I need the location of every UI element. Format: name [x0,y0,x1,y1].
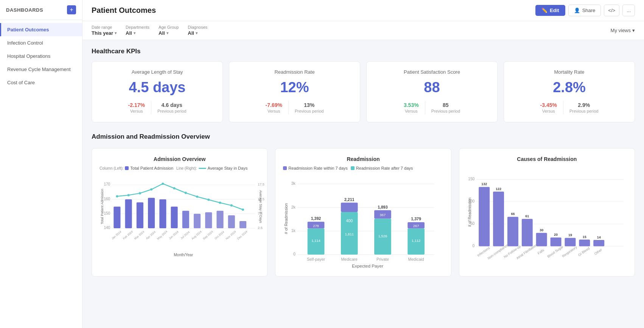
svg-text:2k: 2k [291,205,296,209]
add-dashboard-button[interactable]: + [67,5,76,14]
svg-text:278: 278 [313,224,319,228]
share-icon: 👤 [574,8,580,13]
svg-text:Expected Payer: Expected Payer [352,263,383,268]
kpi-title-avg-los: Average Length of Stay [101,69,213,75]
kpi-value-satisfaction: 88 [376,79,488,96]
svg-text:14: 14 [597,235,600,239]
more-options-button[interactable]: ... [622,5,635,16]
svg-rect-23 [240,221,246,228]
svg-text:Total Patient Admission: Total Patient Admission [100,189,104,224]
svg-point-33 [219,202,221,204]
filter-departments[interactable]: Departments All ▾ [126,25,149,36]
svg-text:# of Readmission: # of Readmission [284,203,288,234]
svg-text:1k: 1k [291,228,296,233]
svg-text:Mar 2024: Mar 2024 [134,230,145,240]
svg-text:140: 140 [104,226,110,230]
my-views-button[interactable]: My views ▾ [611,28,635,33]
svg-text:0: 0 [472,244,474,248]
kpi-card-readmission: Readmission Rate 12% -7.69% Versus 13% P… [229,61,360,122]
svg-text:# of Readmission: # of Readmission [468,198,472,227]
readmission-chart: Readmission Readmission Rate within 7 da… [275,148,451,277]
svg-text:0: 0 [293,252,296,256]
svg-text:3k: 3k [291,181,296,186]
kpi-title-satisfaction: Patient Satisfaction Score [376,69,488,75]
readmission-svg: 3k 2k 1k 0 [283,174,443,268]
svg-text:367: 367 [380,213,386,217]
code-button[interactable]: </> [604,5,619,16]
svg-rect-101 [536,233,547,246]
svg-rect-93 [479,187,490,246]
main-content: Patient Outcomes ✏️ Edit 👤 Share </> ...… [82,0,644,328]
svg-text:150: 150 [104,211,110,215]
topbar: Patient Outcomes ✏️ Edit 👤 Share </> ... [82,0,644,21]
filter-age-group[interactable]: Age Group All ▾ [159,25,179,36]
admission-chart-title: Admission Overview [100,156,260,162]
svg-text:Blood Sugar: Blood Sugar [546,245,564,258]
sidebar-item-cost-of-care[interactable]: Cost of Care [0,76,82,89]
sidebar-item-hospital-operations[interactable]: Hospital Operations [0,50,82,63]
svg-point-25 [128,194,130,196]
kpi-value-avg-los: 4.5 days [101,79,213,96]
svg-rect-63 [341,203,358,212]
svg-point-29 [173,187,176,189]
chevron-down-icon: ▾ [632,28,635,33]
svg-rect-17 [171,207,177,228]
svg-text:Sep 2024: Sep 2024 [202,230,214,241]
svg-point-28 [162,183,164,185]
svg-point-34 [230,204,233,207]
sidebar-header: DASHBOARDS + [0,0,82,20]
causes-svg: 150 100 50 0 132 [467,166,627,258]
edit-button[interactable]: ✏️ Edit [535,5,565,16]
svg-point-26 [139,192,141,194]
svg-text:1,526: 1,526 [378,234,387,238]
kpi-section-title: Healthcare KPIs [92,48,635,55]
svg-text:Medicare: Medicare [341,257,358,261]
legend-dot-admission [125,166,129,170]
kpi-grid: Average Length of Stay 4.5 days -2.17% V… [92,61,635,122]
svg-text:15: 15 [583,235,586,239]
svg-rect-15 [148,198,155,228]
kpi-card-avg-los: Average Length of Stay 4.5 days -2.17% V… [92,61,223,122]
svg-rect-99 [521,219,532,246]
legend-line: Line (Right): Average Stay in Days [176,166,247,170]
svg-text:GI Bleed: GI Bleed [577,246,590,257]
svg-rect-12 [114,207,120,228]
readmission-chart-legend: Readmission Rate within 7 days Readmissi… [283,166,443,170]
svg-point-35 [242,209,244,211]
svg-rect-105 [565,238,576,246]
svg-rect-16 [159,200,166,229]
svg-text:170: 170 [104,182,110,186]
sidebar-item-infection-control[interactable]: Infection Control [0,36,82,50]
svg-text:61: 61 [525,214,529,218]
filter-date-range[interactable]: Date range This year ▾ [92,25,117,36]
svg-text:Other: Other [594,248,603,256]
svg-point-31 [196,195,198,198]
svg-text:17.5: 17.5 [258,183,264,186]
content-area: Healthcare KPIs Average Length of Stay 4… [82,40,644,328]
chevron-down-icon: ▾ [166,31,168,35]
sidebar-nav: Patient Outcomes Infection Control Hospi… [0,20,82,92]
svg-text:1,392: 1,392 [311,216,321,221]
svg-text:Private: Private [376,257,389,261]
svg-text:30: 30 [540,228,543,232]
edit-icon: ✏️ [541,8,548,13]
share-button[interactable]: 👤 Share [568,5,601,16]
svg-text:1,114: 1,114 [312,238,321,243]
svg-text:400: 400 [346,218,353,223]
svg-rect-22 [228,215,235,228]
admission-svg: 170 160 150 140 17.5 12.5 7.5 2.5 [100,174,260,258]
svg-rect-20 [205,212,212,228]
chevron-down-icon: ▾ [134,31,135,35]
svg-text:Dec 2024: Dec 2024 [236,230,248,241]
svg-rect-18 [182,211,189,228]
filters-left: Date range This year ▾ Departments All ▾… [92,25,207,36]
svg-rect-21 [216,211,223,228]
svg-text:Average Stay in Days: Average Stay in Days [259,190,263,223]
svg-text:Aug 2024: Aug 2024 [191,230,202,241]
svg-text:1,379: 1,379 [411,217,422,221]
sidebar-item-revenue-cycle[interactable]: Revenue Cycle Management [0,63,82,76]
sidebar-item-patient-outcomes[interactable]: Patient Outcomes [0,23,82,36]
svg-rect-97 [507,217,518,246]
svg-text:May 2024: May 2024 [156,230,168,240]
filter-diagnoses[interactable]: Diagnoses All ▾ [188,25,207,36]
